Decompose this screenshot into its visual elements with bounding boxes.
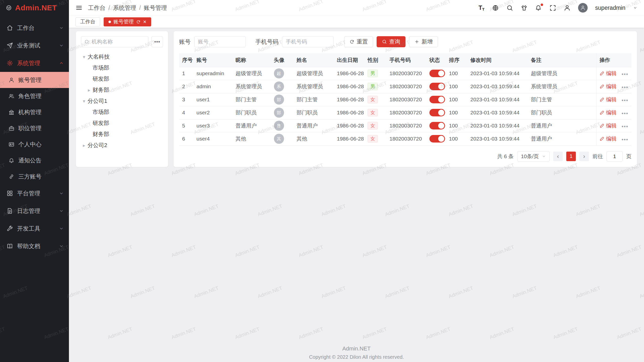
edit-button[interactable]: 编辑 (599, 70, 617, 77)
search-icon[interactable] (506, 5, 513, 11)
row-more-button[interactable]: ••• (622, 71, 628, 77)
caret-down-icon[interactable]: ▾ (80, 54, 88, 60)
edit-button[interactable]: 编辑 (599, 109, 617, 116)
tree-node[interactable]: ▸分公司2 (80, 140, 164, 151)
footer-copyright: Copyright © 2022 Dilon All rights reserv… (69, 354, 644, 360)
tab-account-mgmt[interactable]: 账号管理 × (104, 17, 151, 26)
status-toggle[interactable] (429, 70, 445, 77)
status-toggle[interactable] (429, 96, 445, 103)
language-icon[interactable] (492, 5, 499, 11)
caret-right-icon[interactable]: ▸ (80, 143, 88, 148)
hamburger-icon[interactable] (75, 4, 83, 11)
chevron-down-icon[interactable] (633, 6, 637, 10)
org-tree: ▾大名科技市场部研发部▸财务部▾分公司1市场部研发部财务部▸分公司2 (80, 51, 164, 151)
tree-node[interactable]: 市场部 (80, 107, 164, 118)
toggle-knob (438, 83, 444, 89)
tree-node[interactable]: 财务部 (80, 129, 164, 140)
caret-down-icon[interactable]: ▾ (80, 98, 88, 104)
breadcrumb-item[interactable]: 系统管理 (113, 4, 136, 12)
row-avatar: 其 (274, 134, 284, 144)
breadcrumb-item[interactable]: 工作台 (88, 4, 105, 12)
fullscreen-icon[interactable] (549, 5, 556, 11)
sidebar-subitem-org-mgmt[interactable]: 机构管理 (0, 104, 69, 120)
account-input[interactable] (194, 36, 246, 47)
sidebar-item-platform-mgmt[interactable]: 平台管理 (0, 185, 69, 202)
theme-icon[interactable] (521, 5, 528, 11)
font-size-icon[interactable]: TT (479, 5, 485, 11)
cell-nickname: 部门职员 (235, 110, 257, 115)
avatar-person-icon (580, 5, 586, 11)
tree-node[interactable]: 研发部 (80, 118, 164, 129)
status-toggle[interactable] (429, 109, 445, 116)
phone-input[interactable] (282, 36, 334, 47)
table-row: 5 user3 普通用户 普 普通用户 1986-06-28 女 1802003… (179, 119, 631, 132)
table-row: 4 user2 部门职员 部 部门职员 1986-06-28 女 1802003… (179, 106, 631, 119)
org-more-button[interactable]: ••• (151, 36, 163, 47)
sidebar-subitem-label: 个人中心 (18, 141, 42, 148)
org-search-input[interactable] (92, 39, 145, 45)
page-1-button[interactable]: 1 (566, 152, 576, 161)
notification-bell-icon[interactable] (535, 5, 542, 11)
reset-button[interactable]: 重置 (344, 36, 373, 47)
cell-phone: 18020030720 (389, 70, 422, 76)
edit-button[interactable]: 编辑 (599, 135, 617, 142)
status-toggle[interactable] (429, 122, 445, 129)
sidebar-item-dev-tools[interactable]: 开发工具 (0, 220, 69, 237)
notification-badge (541, 4, 543, 6)
home-icon (7, 25, 13, 31)
tab-workbench[interactable]: 工作台 (75, 17, 100, 26)
sidebar-subitem-profile-center[interactable]: 个人中心 (0, 136, 69, 152)
caret-right-icon[interactable]: ▸ (86, 87, 93, 93)
sidebar-subitem-notice[interactable]: 通知公告 (0, 152, 69, 168)
search-icon (382, 39, 387, 44)
row-more-button[interactable]: ••• (622, 84, 628, 90)
edit-button[interactable]: 编辑 (599, 83, 617, 90)
sidebar-item-help-docs[interactable]: 帮助文档 (0, 237, 69, 255)
edit-label: 编辑 (606, 70, 617, 77)
accounts-table: 序号 账号 昵称 头像 姓名 出生日期 性别 手机号码 状态 排序 修改时间 备… (179, 53, 631, 146)
cell-birthdate: 1986-06-28 (337, 136, 364, 142)
profile-icon[interactable] (564, 5, 571, 11)
refresh-icon[interactable] (136, 20, 141, 24)
status-toggle[interactable] (429, 135, 445, 143)
tab-label: 账号管理 (113, 18, 134, 25)
next-page-button[interactable]: › (579, 152, 589, 161)
sidebar-subitem-account-mgmt[interactable]: 账号管理 (0, 72, 69, 88)
sidebar-item-workbench[interactable]: 工作台 (0, 19, 69, 37)
bank-icon (9, 109, 14, 115)
user-avatar[interactable] (578, 3, 588, 13)
edit-button[interactable]: 编辑 (599, 96, 617, 103)
goto-page-input[interactable] (607, 151, 623, 162)
username[interactable]: superadmin (595, 5, 625, 11)
cell-name: 部门职员 (297, 110, 318, 115)
tree-node[interactable]: ▾分公司1 (80, 96, 164, 107)
row-more-button[interactable]: ••• (622, 124, 628, 129)
add-button-label: 新增 (422, 38, 433, 46)
tree-node[interactable]: 研发部 (80, 73, 164, 84)
sidebar-subitem-third-party-account[interactable]: 三方账号 (0, 168, 69, 185)
page-size-select[interactable]: 10条/页 (517, 151, 550, 162)
sidebar-item-log-mgmt[interactable]: 日志管理 (0, 202, 69, 220)
gender-badge: 女 (368, 96, 378, 104)
status-toggle[interactable] (429, 83, 445, 90)
close-icon[interactable]: × (143, 19, 146, 25)
sidebar-subitem-position-mgmt[interactable]: 职位管理 (0, 120, 69, 136)
tree-node[interactable]: ▾大名科技 (80, 51, 164, 62)
search-button[interactable]: 查询 (377, 36, 406, 47)
sidebar-subitem-role-mgmt[interactable]: 角色管理 (0, 88, 69, 104)
tree-node-label: 市场部 (93, 64, 109, 72)
tree-node[interactable]: ▸财务部 (80, 84, 164, 96)
add-button[interactable]: 新增 (409, 36, 438, 47)
row-more-button[interactable]: ••• (622, 111, 628, 116)
row-more-button[interactable]: ••• (622, 137, 628, 142)
column-header: 序号 (179, 53, 193, 67)
sidebar-item-business-test[interactable]: 业务测试 (0, 37, 69, 54)
row-avatar: 超 (274, 68, 284, 78)
sidebar-item-system-mgmt[interactable]: 系统管理 (0, 54, 69, 72)
prev-page-button[interactable]: ‹ (553, 152, 563, 161)
edit-button[interactable]: 编辑 (599, 122, 617, 129)
cell-sort: 100 (449, 110, 458, 115)
tree-node[interactable]: 市场部 (80, 62, 164, 73)
row-more-button[interactable]: ••• (622, 98, 628, 103)
cell-phone: 18020030720 (389, 97, 422, 102)
